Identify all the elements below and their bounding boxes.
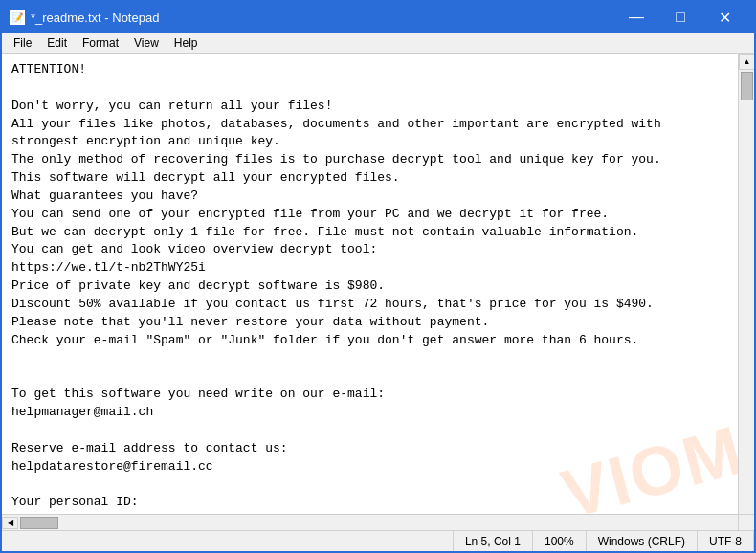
menu-file[interactable]: File xyxy=(6,34,39,52)
window-controls: — □ ✕ xyxy=(614,2,746,33)
app-icon: 📝 xyxy=(10,10,25,25)
content-area: ATTENTION! Don't worry, you can return a… xyxy=(2,54,754,530)
notepad-window: 📝 *_readme.txt - Notepad — □ ✕ File Edit… xyxy=(0,0,756,553)
scroll-up-arrow[interactable]: ▲ xyxy=(739,54,754,70)
status-encoding: UTF-8 xyxy=(698,531,754,551)
vertical-scrollbar[interactable]: ▲ xyxy=(738,54,754,514)
menu-edit[interactable]: Edit xyxy=(39,34,75,52)
text-editor[interactable]: ATTENTION! Don't worry, you can return a… xyxy=(2,54,754,530)
status-empty xyxy=(2,531,454,551)
menu-bar: File Edit Format View Help xyxy=(2,33,754,54)
menu-help[interactable]: Help xyxy=(167,34,206,52)
menu-view[interactable]: View xyxy=(126,34,167,52)
status-zoom: 100% xyxy=(533,531,587,551)
minimize-button[interactable]: — xyxy=(614,2,658,33)
close-button[interactable]: ✕ xyxy=(702,2,746,33)
title-bar: 📝 *_readme.txt - Notepad — □ ✕ xyxy=(2,2,754,33)
status-bar: Ln 5, Col 1 100% Windows (CRLF) UTF-8 xyxy=(2,530,754,551)
scroll-thumb-vertical[interactable] xyxy=(741,72,753,100)
menu-format[interactable]: Format xyxy=(75,34,126,52)
window-title: *_readme.txt - Notepad xyxy=(31,11,614,25)
scroll-left-arrow[interactable]: ◀ xyxy=(2,517,18,529)
horizontal-scrollbar[interactable]: ◀ xyxy=(2,514,738,530)
scroll-thumb-horizontal[interactable] xyxy=(20,517,58,529)
scrollbar-corner xyxy=(738,514,754,530)
status-position: Ln 5, Col 1 xyxy=(454,531,533,551)
status-line-ending: Windows (CRLF) xyxy=(587,531,698,551)
maximize-button[interactable]: □ xyxy=(658,2,702,33)
